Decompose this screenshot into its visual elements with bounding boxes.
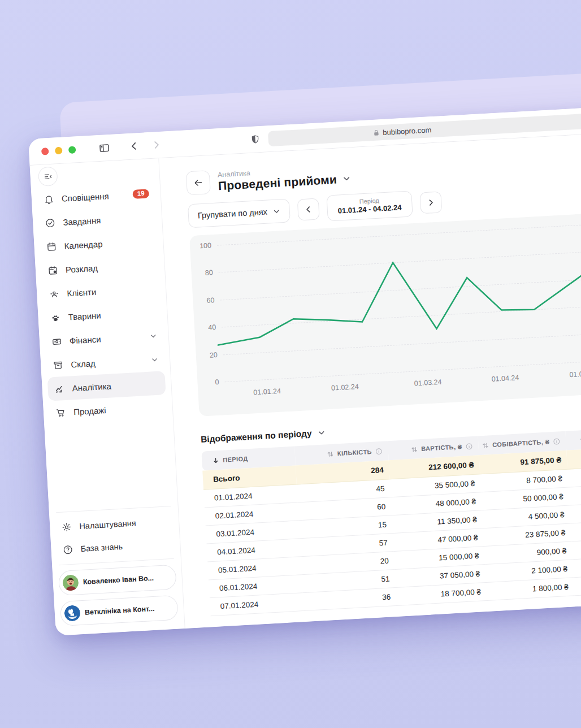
clinic-account-button[interactable]: Ветклініка на Конт... [60, 595, 179, 627]
chevron-down-icon [149, 332, 157, 340]
group-by-dropdown[interactable]: Групувати по днях [188, 198, 290, 228]
sidebar-item-label: Тварини [68, 310, 101, 322]
archive-box-icon [52, 359, 64, 371]
chevron-left-icon [304, 205, 313, 214]
sidebar-item-label: Фінанси [70, 334, 101, 345]
line-chart-icon [53, 383, 65, 395]
x-tick: 01.04.24 [491, 374, 519, 383]
clinic-name: Ветклініка на Конт... [85, 605, 155, 617]
period-selector[interactable]: Період 01.01.24 - 04.02.24 [326, 190, 413, 221]
minimize-button[interactable] [55, 146, 63, 154]
chart-line [214, 250, 581, 345]
paw-icon [49, 312, 61, 323]
check-circle-icon [44, 217, 56, 228]
back-button[interactable] [186, 170, 211, 195]
column-header-truncated[interactable]: СО [565, 424, 581, 450]
sidebar-nav: Сповіщення 19 Завдання Календар [37, 181, 167, 425]
info-icon[interactable] [465, 442, 473, 450]
section-chevron-down-icon[interactable] [317, 428, 326, 437]
browser-back-icon[interactable] [129, 141, 139, 151]
sidebar-item-label: База знань [80, 542, 123, 553]
user-avatar [62, 574, 79, 591]
browser-forward-icon[interactable] [151, 140, 161, 150]
info-icon[interactable] [375, 447, 383, 455]
chart-line-svg [189, 208, 581, 417]
privacy-shield-icon[interactable] [250, 134, 261, 145]
clinic-logo [64, 605, 81, 622]
browser-sidebar-toggle-icon[interactable] [98, 141, 111, 154]
sidebar-item-label: Продажі [73, 405, 106, 417]
url-text: bubibopro.com [383, 125, 432, 137]
arrow-left-icon [193, 177, 203, 188]
period-value: 01.01.24 - 04.02.24 [337, 203, 402, 216]
shopping-cart-icon [55, 407, 67, 418]
close-button[interactable] [41, 148, 49, 155]
user-name: Коваленко Іван Во... [83, 574, 154, 586]
zoom-button[interactable] [68, 146, 76, 154]
calendar-clock-icon [47, 265, 59, 276]
group-by-label: Групувати по днях [198, 207, 268, 220]
title-chevron-down-icon[interactable] [342, 174, 352, 183]
sidebar-item-label: Календар [64, 239, 103, 250]
app-sidebar: Сповіщення 19 Завдання Календар [30, 158, 185, 635]
question-circle-icon [62, 544, 73, 555]
info-icon[interactable] [553, 437, 561, 445]
sidebar-collapse-button[interactable] [38, 166, 58, 187]
lock-icon [373, 129, 380, 137]
sidebar-item-label: Склад [71, 358, 96, 369]
sidebar-item-label: Налаштування [79, 518, 136, 531]
address-bar-content: bubibopro.com [373, 122, 432, 141]
sidebar-footer: Налаштування База знань [55, 502, 179, 626]
period-table: ПЕРІОД КІЛЬКІСТЬ [201, 424, 581, 617]
column-label: ПЕРІОД [223, 455, 248, 463]
title-block: Аналітика Проведені прийоми [218, 163, 352, 193]
sidebar-item-label: Сповіщення [61, 191, 109, 203]
x-tick: 01.02.24 [331, 383, 359, 392]
gear-icon [61, 521, 72, 532]
app-content: Сповіщення 19 Завдання Календар [30, 129, 581, 636]
user-account-button[interactable]: Коваленко Іван Во... [58, 565, 177, 596]
period-prev-button[interactable] [297, 198, 320, 220]
calendar-icon [45, 241, 57, 252]
sort-both-icon [410, 445, 418, 453]
sidebar-item-label: Завдання [63, 215, 101, 227]
main-content: Аналітика Проведені прийоми Групувати по… [159, 129, 581, 629]
sidebar-item-label: Аналітика [72, 381, 111, 393]
banknote-icon [51, 336, 63, 347]
table-section-title: Відображення по періоду [201, 428, 312, 445]
page-background: bubibopro.com Сповіщення [0, 0, 581, 728]
sidebar-item-label: Розклад [66, 263, 98, 274]
chevron-right-icon [427, 198, 435, 207]
x-tick: 01.01.24 [253, 387, 281, 397]
collapse-sidebar-icon [43, 171, 53, 181]
people-icon [48, 288, 60, 300]
bell-icon [42, 193, 54, 205]
sort-both-icon [482, 441, 489, 449]
column-label: КІЛЬКІСТЬ [337, 448, 372, 457]
column-label: ВАРТІСТЬ, ₴ [421, 443, 462, 452]
line-chart: 100 80 60 40 20 0 01.01.24 01.02.24 01.0… [189, 208, 581, 417]
chevron-down-icon [272, 207, 280, 215]
browser-window: bubibopro.com Сповіщення [28, 103, 581, 636]
window-controls [41, 146, 76, 155]
period-next-button[interactable] [419, 191, 442, 214]
column-label: СОБІВАРТІСТЬ, ₴ [492, 438, 550, 448]
sort-desc-icon [212, 457, 220, 465]
sidebar-item-label: Клієнти [67, 287, 97, 298]
chevron-down-icon [151, 356, 159, 363]
x-tick: 01.03.24 [414, 378, 441, 388]
sort-both-icon [327, 450, 335, 458]
x-tick: 01.05.24 [569, 369, 581, 379]
notification-badge: 19 [132, 189, 149, 199]
